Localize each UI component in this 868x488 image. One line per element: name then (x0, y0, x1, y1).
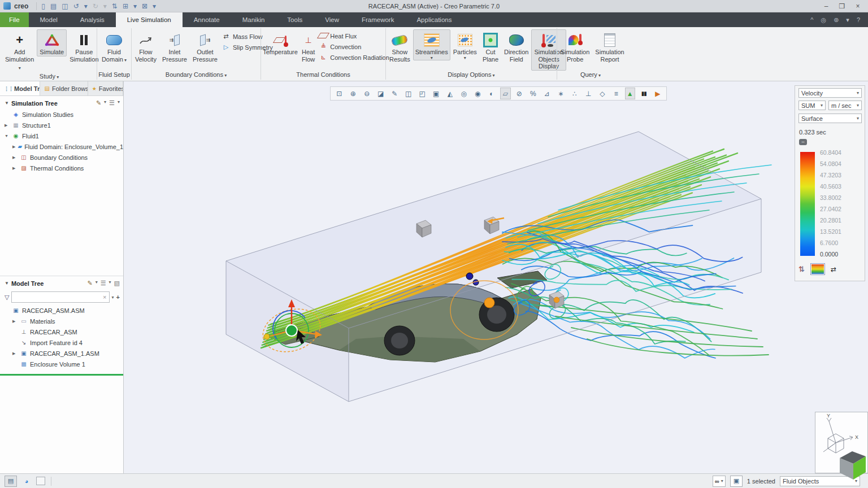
new-file-icon[interactable]: ▯ (41, 2, 45, 10)
capture-icon[interactable]: ▣ (431, 88, 442, 99)
simulate-button[interactable]: Simulate (37, 29, 67, 56)
customize-caret-icon[interactable]: ▾ (153, 2, 156, 10)
dragger-icon[interactable]: ◉ (472, 88, 483, 99)
pause-status-icon[interactable]: ▮▮ (639, 88, 649, 99)
tree-item[interactable]: ▶ Materials (0, 316, 123, 326)
flip-legend-icon[interactable]: ⇅ (798, 265, 805, 273)
tree-tools-icon[interactable]: ✎ (96, 99, 101, 107)
ribbon-tab[interactable]: Analysis (69, 12, 116, 27)
aggregate-select[interactable]: SUM (798, 101, 826, 110)
close-button[interactable]: × (850, 2, 866, 10)
regenerate-icon[interactable]: ⇅ (112, 2, 118, 10)
refit-icon[interactable]: ◪ (376, 88, 387, 99)
open-file-icon[interactable]: ▤ (50, 2, 57, 10)
particles-button[interactable]: Particles (450, 29, 480, 60)
unit-select[interactable]: m / sec (828, 101, 862, 110)
tree-item[interactable]: Import Feature id 4 (0, 337, 123, 348)
windows-icon[interactable]: ⊞ (123, 2, 128, 10)
more-caret-icon[interactable]: ▾ (846, 16, 849, 24)
undo-caret-icon[interactable]: ▾ (84, 2, 88, 10)
refresh-legend-icon[interactable]: ⇄ (831, 265, 836, 273)
navigator-tab[interactable]: Favorites (88, 81, 123, 95)
tree-item[interactable]: ▶ Boundary Conditions (0, 152, 123, 163)
fluid-domain-button[interactable]: Fluid Domain (98, 29, 131, 64)
collapse-ribbon-icon[interactable]: ^ (810, 16, 813, 23)
plane-display-icon[interactable]: ▱ (500, 88, 511, 99)
find-caret-icon[interactable]: ▾ (721, 478, 723, 483)
standard-view-icon[interactable]: ◫ (403, 88, 414, 99)
group-label-query[interactable]: Query (558, 71, 623, 81)
navigator-tab[interactable]: Folder Browser (40, 81, 88, 95)
find-tool[interactable]: ∞ ▾ (713, 476, 726, 487)
ribbon-tab[interactable]: Manikin (231, 12, 276, 27)
simulate-status-icon[interactable]: ▲ (625, 88, 636, 99)
collapse-legend-button[interactable]: – (799, 139, 807, 145)
group-label-display[interactable]: Display Options (387, 71, 556, 81)
ribbon-tab[interactable]: Model (29, 12, 69, 27)
simulation-report-button[interactable]: Simulation Report (592, 29, 627, 63)
simulation-probe-button[interactable]: Simulation Probe (558, 29, 592, 63)
toggle-tree-icon[interactable]: ▤ (5, 476, 17, 487)
expander-icon[interactable]: ▶ (12, 155, 18, 160)
plane-tag-icon[interactable]: ◇ (597, 88, 608, 99)
expander-icon[interactable]: ▼ (5, 134, 10, 138)
sync-icon[interactable]: ⊛ (834, 16, 839, 24)
ribbon-tab[interactable]: Applications (405, 12, 463, 27)
flow-velocity-button[interactable]: Flow Velocity (132, 29, 159, 63)
add-filter-icon[interactable]: + (116, 294, 120, 300)
tree-item[interactable]: Simulation Studies (0, 109, 123, 120)
expander-icon[interactable]: ▶ (12, 319, 18, 324)
heat-flux-button[interactable]: Heat Flux (319, 33, 389, 40)
add-simulation-button[interactable]: + Add Simulation (2, 29, 37, 73)
navigator-tab[interactable]: Model Tree (0, 81, 40, 95)
3d-viewport[interactable]: ⊡⊕⊖◪✎◫◰▣◭◎◉◐▱⊘%⊿∗∴⊥◇≡▲▮▮▶ Velocity SUM m… (124, 81, 868, 473)
restore-button[interactable]: ❒ (834, 2, 850, 10)
tree-item[interactable]: ▶ Structure1 (0, 120, 123, 130)
zoom-in-icon[interactable]: ⊕ (348, 88, 359, 99)
tree-item[interactable]: RACECAR_ASM.ASM (0, 305, 123, 316)
search-icon[interactable]: ◎ (821, 16, 827, 24)
inlet-pressure-button[interactable]: ⇉ Inlet Pressure (159, 29, 190, 63)
tree-settings-icon[interactable]: ☰ (101, 280, 106, 287)
expander-icon[interactable]: ▶ (12, 145, 15, 149)
results-status-icon[interactable]: ▶ (653, 88, 663, 99)
zoom-window-icon[interactable]: ⊡ (334, 88, 345, 99)
ribbon-tab[interactable]: Annotate (183, 12, 231, 27)
expander-icon[interactable]: ▶ (5, 123, 10, 128)
legend-toggle-button[interactable] (810, 263, 825, 275)
display-style-icon[interactable]: ◭ (445, 88, 455, 99)
tree-settings-icon[interactable]: ☰ (109, 99, 115, 107)
dragger-center-handle[interactable] (286, 325, 297, 336)
minimize-button[interactable]: – (818, 2, 834, 10)
ribbon-tab[interactable]: Framework (350, 12, 406, 27)
detach-icon[interactable]: ▧ (114, 280, 120, 287)
scope-select[interactable]: Surface (798, 114, 862, 123)
blank-window-icon[interactable] (36, 477, 45, 485)
ribbon-tab[interactable]: Tools (276, 12, 314, 27)
help-icon[interactable]: ? (857, 16, 860, 23)
collapse-arrow-icon[interactable]: ▼ (5, 281, 9, 286)
expander-icon[interactable]: ▶ (12, 351, 18, 356)
tree-item[interactable]: ▼ Fluid1 (0, 130, 123, 141)
heat-flow-button[interactable]: ⊥ Heat Flow (299, 29, 318, 63)
section-icon[interactable]: ⊘ (514, 88, 525, 99)
model-tree-filter-input[interactable] (12, 294, 101, 300)
scale-icon[interactable]: % (528, 88, 539, 99)
tree-item[interactable]: Enclosure Volume 1 (0, 359, 123, 369)
probe-point[interactable] (484, 298, 494, 308)
tree-item[interactable]: ▶ Thermal Conditions (0, 163, 123, 173)
collapse-arrow-icon[interactable]: ▼ (5, 101, 9, 106)
ribbon-tab[interactable]: Live Simulation (116, 12, 183, 27)
show-results-button[interactable]: Show Results (387, 29, 413, 63)
perspective-icon[interactable]: ⊿ (542, 88, 553, 99)
repaint-icon[interactable]: ✎ (389, 88, 400, 99)
filter-caret-icon[interactable]: ▾ (112, 295, 114, 300)
ribbon-tab[interactable]: File (0, 12, 29, 27)
tree-item[interactable]: ▶ RACECAR_ASM_1.ASM (0, 348, 123, 359)
group-label-thermal[interactable]: Thermal Conditions (262, 71, 385, 81)
datum-display-icon[interactable]: ∗ (555, 88, 566, 99)
tree-item[interactable]: ▶ Fluid Domain: Enclosure_Volume_1 (0, 141, 123, 152)
redo-icon[interactable]: ↻ (93, 2, 98, 10)
group-label-fluid-setup[interactable]: Fluid Setup (98, 71, 131, 81)
close-window-icon[interactable]: ⊠ (142, 2, 147, 10)
